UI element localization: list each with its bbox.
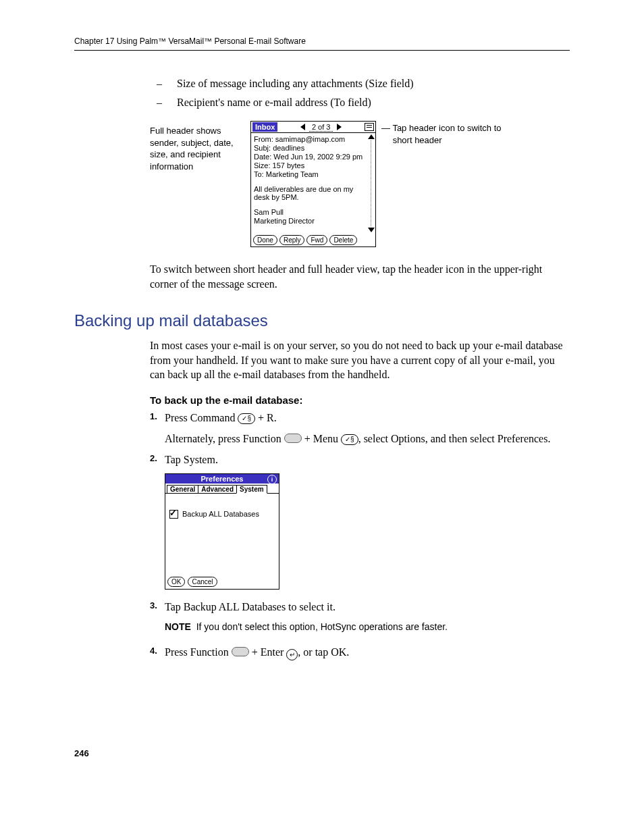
step-body: Press Command ✓§ + R. Alternately, press…: [165, 410, 570, 446]
function-key-icon: [284, 434, 302, 443]
step-body: Tap System.: [165, 452, 570, 467]
figure-inbox: Full header shows sender, subject, date,…: [150, 121, 570, 247]
step-number: 1.: [150, 410, 165, 446]
tab-general[interactable]: General: [167, 485, 198, 494]
content-block-1: – Size of message including any attachme…: [150, 78, 570, 291]
paragraph: In most cases your e-mail is on your ser…: [150, 338, 570, 382]
caption-right-line2: short header: [393, 135, 442, 145]
step-3: 3. Tap Backup ALL Databases to select it…: [150, 599, 570, 615]
step-4: 4. Press Function + Enter ↵, or tap OK.: [150, 644, 570, 660]
step-number: 2.: [150, 452, 165, 467]
function-key-icon: [232, 647, 249, 656]
palm-body: From: samimap@imap.com Subj: deadlines D…: [251, 132, 375, 234]
procedure-heading: To back up the e-mail database:: [150, 394, 570, 406]
figure-caption-left: Full header shows sender, subject, date,…: [150, 121, 250, 172]
prev-icon[interactable]: [300, 124, 305, 130]
prefs-title: Preferences: [201, 475, 244, 483]
step-text: Press Command: [165, 412, 238, 423]
bullet-item: – Size of message including any attachme…: [150, 78, 570, 90]
bullet-item: – Recipient's name or e-mail address (To…: [150, 97, 570, 109]
size-line: Size: 157 bytes: [254, 161, 366, 170]
prefs-tabs: General Advanced System: [165, 484, 279, 494]
backup-checkbox-label: Backup ALL Databases: [182, 510, 259, 518]
note-text: If you don't select this option, HotSync…: [196, 621, 448, 632]
step-text: Alternately, press Function: [165, 433, 284, 444]
prefs-titlebar: Preferences i: [165, 474, 279, 484]
fwd-button[interactable]: Fwd: [306, 235, 327, 245]
step-number: 3.: [150, 599, 165, 615]
palm-button-row: Done Reply Fwd Delete: [251, 234, 375, 246]
chapter-header: Chapter 17 Using Palm™ VersaMail™ Person…: [74, 36, 570, 46]
prefs-body: Backup ALL Databases: [165, 494, 279, 575]
tab-advanced[interactable]: Advanced: [198, 485, 237, 494]
palm-nav: 2 of 3: [277, 123, 365, 132]
palm-preferences-screenshot: Preferences i General Advanced System Ba…: [165, 473, 279, 590]
scroll-down-icon[interactable]: [368, 228, 375, 232]
step-text: , or tap OK.: [298, 646, 349, 658]
reply-button[interactable]: Reply: [279, 235, 305, 245]
signature-name: Sam Pull: [254, 208, 366, 216]
figure-caption-right: — Tap header icon to switch to — short h…: [376, 121, 502, 146]
prefs-button-row: OK Cancel: [165, 575, 279, 589]
note: NOTE If you don't select this option, Ho…: [165, 621, 570, 632]
next-icon[interactable]: [337, 124, 342, 130]
to-line: To: Marketing Team: [254, 170, 366, 178]
page-number: 246: [74, 748, 570, 758]
content-block-2: In most cases your e-mail is on your ser…: [150, 338, 570, 660]
bullet-dash: –: [150, 78, 177, 90]
scrollbar[interactable]: [368, 134, 375, 232]
tab-system[interactable]: System: [236, 485, 267, 494]
info-icon[interactable]: i: [267, 475, 277, 484]
bullet-dash: –: [150, 97, 177, 109]
menu-key-icon: ✓§: [341, 434, 358, 445]
header-rule: [74, 50, 570, 51]
caption-right-line1: Tap header icon to switch to: [392, 123, 501, 133]
ok-button[interactable]: OK: [167, 577, 185, 587]
from-line: From: samimap@imap.com: [254, 135, 366, 143]
step-1: 1. Press Command ✓§ + R. Alternately, pr…: [150, 410, 570, 446]
step-body: Tap Backup ALL Databases to select it.: [165, 599, 570, 615]
step-number: 4.: [150, 644, 165, 660]
palm-inbox-screenshot: Inbox 2 of 3 From: samimap@imap.com Subj…: [250, 121, 376, 247]
delete-button[interactable]: Delete: [329, 235, 357, 245]
step-text: + R.: [255, 412, 277, 423]
note-label: NOTE: [165, 621, 191, 632]
done-button[interactable]: Done: [253, 235, 277, 245]
backup-checkbox[interactable]: [169, 510, 178, 519]
command-key-icon: ✓§: [238, 413, 255, 424]
step-body: Press Function + Enter ↵, or tap OK.: [165, 644, 570, 660]
section-heading: Backing up mail databases: [74, 311, 570, 330]
step-text: + Enter: [249, 646, 287, 658]
enter-key-icon: ↵: [286, 649, 298, 660]
date-line: Date: Wed Jun 19, 2002 9:29 pm: [254, 153, 366, 161]
page: Chapter 17 Using Palm™ VersaMail™ Person…: [0, 0, 644, 785]
subject-line: Subj: deadlines: [254, 144, 366, 152]
step-text: , select Options, and then select Prefer…: [358, 433, 551, 444]
header-toggle-icon[interactable]: [365, 123, 374, 131]
scroll-track: [371, 140, 373, 226]
scroll-up-icon[interactable]: [368, 134, 375, 139]
bullet-text: Recipient's name or e-mail address (To f…: [177, 97, 371, 109]
palm-title: Inbox: [252, 122, 277, 132]
palm-titlebar: Inbox 2 of 3: [251, 122, 375, 132]
step-2: 2. Tap System.: [150, 452, 570, 467]
bullet-text: Size of message including any attachment…: [177, 78, 414, 90]
step-text: Press Function: [165, 646, 232, 658]
cancel-button[interactable]: Cancel: [188, 577, 217, 587]
step-text: + Menu: [302, 433, 341, 444]
signature-title: Marketing Director: [254, 217, 366, 225]
paragraph: To switch between short header and full …: [150, 262, 570, 291]
message-counter: 2 of 3: [309, 123, 333, 132]
message-body: All deliverables are due on my desk by 5…: [254, 185, 366, 201]
